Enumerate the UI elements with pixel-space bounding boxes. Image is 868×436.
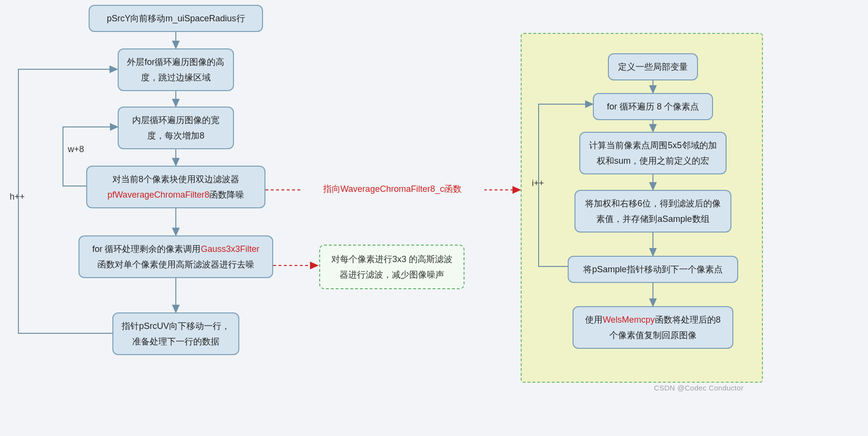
node-psrcuv-next: 指针pSrcUV向下移动一行，准备处理下一行的数据: [112, 312, 239, 355]
text: 将pSample指针移动到下一个像素点: [583, 265, 722, 274]
label-inner-loop: w+8: [68, 144, 84, 155]
text-a: for 循环处理剩余的像素调用: [92, 244, 201, 254]
text-b: Gauss3x3Filter: [201, 244, 259, 254]
text: 指针pSrcUV向下移动一行，准备处理下一行的数据: [122, 321, 230, 346]
text: for 循环遍历 8 个像素点: [607, 102, 699, 111]
label-right-loop: i++: [532, 178, 544, 188]
node-gauss3x3: for 循环处理剩余的像素调用Gauss3x3Filter 函数对单个像素使用高…: [78, 235, 273, 278]
node-inner-loop: 内层循环遍历图像的宽度，每次增加8: [118, 107, 234, 149]
text-c: 函数降噪: [209, 190, 244, 200]
node-welsmemcpy: 使用WelsMemcpy函数将处理后的8个像素值复制回原图像: [573, 306, 733, 349]
text: 内层循环遍历图像的宽度，每次增加8: [132, 115, 219, 140]
text: pSrcY向前移动m_uiSpaceRadius行: [107, 14, 245, 23]
text-c: 函数对单个像素使用高斯滤波器进行去噪: [97, 260, 254, 269]
text-a: 使用: [585, 315, 603, 325]
text-a: 对当前8个像素块使用双边滤波器: [112, 174, 239, 184]
node-psrcy-move: pSrcY向前移动m_uiSpaceRadius行: [89, 5, 263, 32]
node-define-locals: 定义一些局部变量: [608, 53, 698, 80]
node-outer-for: 外层for循环遍历图像的高度，跳过边缘区域: [118, 48, 234, 91]
text: 计算当前像素点周围5x5邻域的加权和sum，使用之前定义的宏: [589, 140, 716, 166]
text: 对每个像素进行3x3 的高斯滤波器进行滤波，减少图像噪声: [331, 254, 452, 280]
text-b: pfWaverageChromaFilter8: [108, 190, 209, 200]
note-gauss-3x3: 对每个像素进行3x3 的高斯滤波器进行滤波，减少图像噪声: [319, 245, 465, 289]
watermark: CSDN @Codec Conductor: [654, 384, 744, 392]
node-shift-right-6: 将加权和右移6位，得到滤波后的像素值，并存储到aSample数组: [574, 190, 731, 233]
node-5x5-sum: 计算当前像素点周围5x5邻域的加权和sum，使用之前定义的宏: [579, 132, 727, 174]
text-b: WelsMemcpy: [603, 315, 655, 325]
text: 外层for循环遍历图像的高度，跳过边缘区域: [127, 57, 224, 82]
node-for-8-pixels: for 循环遍历 8 个像素点: [593, 93, 713, 120]
text: 将加权和右移6位，得到滤波后的像素值，并存储到aSample数组: [585, 199, 721, 224]
label-pointer-function: 指向WaverageChromaFilter8_c函数: [300, 183, 484, 195]
text: 定义一些局部变量: [618, 62, 688, 72]
node-psample-next: 将pSample指针移动到下一个像素点: [568, 256, 738, 283]
label-outer-loop: h++: [10, 192, 25, 202]
node-bilateral-filter: 对当前8个像素块使用双边滤波器 pfWaverageChromaFilter8函…: [86, 166, 265, 208]
